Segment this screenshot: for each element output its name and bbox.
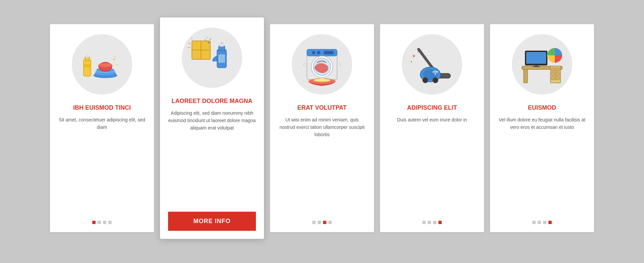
spray-icon xyxy=(189,36,235,80)
svg-point-22 xyxy=(208,42,210,44)
svg-rect-47 xyxy=(524,69,528,83)
card-4-icon-circle: ✦ ✦ ✦ xyxy=(402,34,462,95)
dot xyxy=(438,221,442,224)
dot xyxy=(428,221,431,224)
dot xyxy=(323,221,326,224)
dot xyxy=(312,221,316,224)
svg-point-30 xyxy=(317,51,320,54)
dot xyxy=(422,221,426,224)
svg-text:✦: ✦ xyxy=(115,63,118,67)
dot xyxy=(108,221,112,224)
card-1-dots xyxy=(92,221,112,224)
dot xyxy=(433,221,436,224)
svg-rect-54 xyxy=(554,73,556,74)
svg-rect-57 xyxy=(526,52,546,64)
dishes-icon: ✦ ✦ ✦ xyxy=(80,44,124,85)
desk-icon xyxy=(519,43,566,86)
svg-rect-26 xyxy=(218,54,225,63)
card-3-desc: Ut wisi enim ad minim veniam, quis nostr… xyxy=(278,116,366,213)
card-5-icon-circle xyxy=(512,34,572,95)
svg-point-8 xyxy=(99,63,112,67)
dot xyxy=(538,221,541,224)
card-3-dots xyxy=(312,221,332,224)
card-2-title: LAOREET DOLORE MAGNA xyxy=(172,97,253,105)
washer-icon xyxy=(299,43,345,86)
svg-point-35 xyxy=(314,78,330,82)
svg-text:✦: ✦ xyxy=(417,50,420,53)
card-1-desc: Sit amet, consectetuer adipiscing elit, … xyxy=(58,116,146,213)
svg-text:✦: ✦ xyxy=(412,53,416,59)
svg-text:✦: ✦ xyxy=(410,60,413,63)
dot xyxy=(548,221,552,224)
svg-line-15 xyxy=(189,43,190,44)
svg-point-24 xyxy=(210,39,211,40)
more-info-button[interactable]: MORE INFO xyxy=(168,212,256,231)
card-5: EUISMOD Vel illum dolore eu feugiat null… xyxy=(490,24,594,232)
card-5-dots xyxy=(532,221,552,224)
dot xyxy=(92,221,96,224)
svg-rect-19 xyxy=(219,46,225,51)
svg-rect-53 xyxy=(554,69,556,70)
cards-container: ✦ ✦ ✦ IBH EUISMOD TINCI Sit amet, consec… xyxy=(30,11,614,252)
card-1-icon-circle: ✦ ✦ ✦ xyxy=(72,34,132,95)
card-5-desc: Vel illum dolore eu feugiat nulla facili… xyxy=(498,116,586,213)
svg-rect-0 xyxy=(84,59,91,76)
svg-point-41 xyxy=(433,77,438,83)
dot xyxy=(98,221,101,224)
svg-text:✦: ✦ xyxy=(114,55,116,58)
svg-point-40 xyxy=(423,77,428,83)
svg-rect-55 xyxy=(554,78,556,79)
card-1: ✦ ✦ ✦ IBH EUISMOD TINCI Sit amet, consec… xyxy=(50,24,154,232)
card-2-icon-circle xyxy=(182,28,242,88)
card-5-title: EUISMOD xyxy=(528,104,556,112)
dot xyxy=(543,221,546,224)
svg-rect-2 xyxy=(86,54,89,58)
card-4-title: ADIPISCING ELIT xyxy=(407,104,457,112)
card-2-desc: Adipiscing elit, sed diam nonummy nibh e… xyxy=(168,110,256,204)
svg-rect-3 xyxy=(84,64,91,67)
svg-point-25 xyxy=(206,37,208,38)
card-2: LAOREET DOLORE MAGNA Adipiscing elit, se… xyxy=(160,17,264,239)
dot xyxy=(532,221,536,224)
svg-point-29 xyxy=(312,51,315,54)
card-4-desc: Duis autem vel eum iriure dolor in xyxy=(397,116,467,213)
svg-rect-21 xyxy=(221,42,223,44)
card-4: ✦ ✦ ✦ ADIPISCING ELIT Duis autem vel eum… xyxy=(380,24,484,232)
card-3-icon-circle xyxy=(292,34,352,95)
svg-point-23 xyxy=(205,39,206,41)
dot xyxy=(318,221,321,224)
dot xyxy=(103,221,106,224)
dot xyxy=(328,221,332,224)
card-3: ERAT VOLUTPAT Ut wisi enim ad minim veni… xyxy=(270,24,374,232)
card-3-title: ERAT VOLUTPAT xyxy=(298,104,347,112)
svg-rect-31 xyxy=(324,51,334,54)
vacuum-icon: ✦ ✦ ✦ xyxy=(409,43,455,86)
card-1-title: IBH EUISMOD TINCI xyxy=(73,104,131,112)
svg-point-42 xyxy=(435,73,436,75)
svg-rect-59 xyxy=(533,66,540,67)
card-4-dots xyxy=(422,221,442,224)
